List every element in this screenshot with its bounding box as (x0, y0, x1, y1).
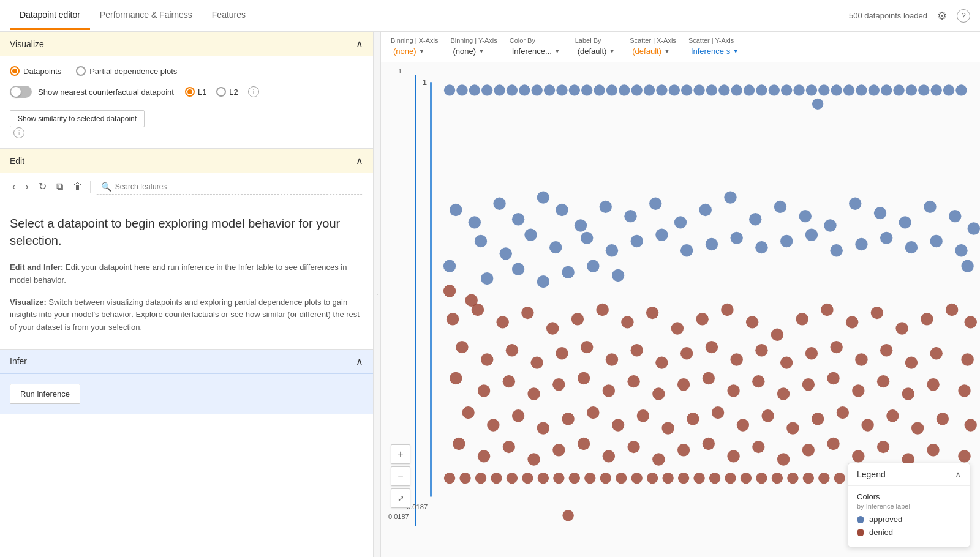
svg-point-225 (834, 473, 845, 484)
svg-point-122 (606, 353, 618, 365)
edit-title: Edit (10, 156, 24, 166)
svg-point-35 (881, 84, 892, 95)
svg-point-33 (856, 84, 867, 95)
svg-point-84 (930, 235, 943, 247)
svg-point-194 (827, 438, 839, 450)
scatter-y-value: Inference s (691, 47, 730, 56)
svg-point-108 (796, 313, 808, 325)
search-features-input[interactable] (115, 182, 358, 191)
scatter-x-group: Scatter | X-Axis (default) ▼ (630, 37, 676, 57)
tab-features[interactable]: Features (202, 1, 255, 30)
scatter-x-arrow: ▼ (664, 48, 670, 54)
history-button[interactable]: ↻ (36, 178, 49, 195)
legend-dot-approved (857, 516, 864, 523)
svg-point-218 (725, 473, 736, 484)
infer-collapse-icon[interactable]: ∧ (356, 356, 363, 367)
legend-collapse-icon[interactable]: ∧ (955, 469, 961, 479)
visualize-header: Visualize ∧ (0, 32, 373, 56)
svg-point-87 (481, 272, 493, 285)
svg-point-126 (706, 341, 718, 353)
delete-button[interactable]: 🗑 (70, 179, 85, 195)
svg-point-221 (772, 473, 783, 484)
svg-point-45 (493, 198, 505, 210)
svg-point-182 (527, 453, 540, 465)
chart-area: 1 0.0187 (381, 62, 980, 557)
map-controls: + − ⤢ (391, 444, 410, 508)
svg-point-174 (861, 419, 873, 431)
svg-point-101 (621, 316, 633, 328)
svg-point-60 (849, 198, 861, 210)
infer-section: Infer ∧ Run inference (0, 350, 373, 414)
color-by-label: Color By (510, 37, 563, 44)
svg-point-179 (453, 438, 465, 450)
binning-x-select[interactable]: (none) ▼ (391, 45, 438, 57)
color-by-select[interactable]: Inference... ▼ (510, 45, 563, 57)
svg-point-192 (777, 453, 790, 465)
svg-point-6 (519, 84, 530, 95)
radio-l2[interactable]: L2 (216, 87, 238, 97)
svg-point-77 (755, 241, 767, 253)
svg-point-88 (512, 263, 524, 275)
scatter-x-select[interactable]: (default) ▼ (630, 45, 676, 57)
svg-point-79 (805, 229, 818, 241)
zoom-out-button[interactable]: − (391, 466, 410, 486)
svg-point-91 (587, 260, 599, 272)
legend-label-approved: approved (869, 515, 902, 524)
drag-handle[interactable]: ⋮ (374, 32, 381, 557)
visualize-collapse-icon[interactable]: ∧ (356, 38, 363, 50)
svg-point-81 (855, 238, 867, 250)
binning-y-select[interactable]: (none) ▼ (450, 45, 497, 57)
svg-point-177 (937, 413, 949, 425)
binning-y-arrow: ▼ (478, 48, 484, 54)
svg-point-39 (931, 84, 942, 95)
counterfactual-toggle[interactable] (10, 86, 32, 98)
svg-point-236 (466, 294, 478, 307)
search-icon: 🔍 (101, 182, 111, 192)
zoom-in-button[interactable]: + (391, 444, 410, 464)
svg-point-78 (780, 235, 793, 247)
forward-button[interactable]: › (23, 179, 31, 195)
svg-point-188 (677, 444, 690, 456)
similarity-button[interactable]: Show similarity to selected datapoint (10, 110, 145, 127)
l1-label: L1 (198, 88, 206, 97)
svg-point-1 (456, 84, 467, 95)
duplicate-button[interactable]: ⧉ (54, 179, 66, 195)
fit-button[interactable]: ⤢ (391, 488, 410, 508)
scatter-y-select[interactable]: Inference s ▼ (688, 45, 741, 57)
svg-point-17 (656, 84, 667, 95)
radio-datapoints[interactable]: Datapoints (10, 66, 61, 76)
run-inference-button[interactable]: Run inference (10, 384, 80, 404)
svg-point-156 (927, 378, 939, 391)
radio-partial-dependence[interactable]: Partial dependence plots (76, 66, 177, 76)
tab-performance-fairness[interactable]: Performance & Fairness (90, 1, 202, 30)
infer-header: Infer ∧ (0, 350, 373, 374)
similarity-info-icon[interactable]: i (13, 127, 24, 138)
radio-partial-label: Partial dependence plots (89, 67, 177, 76)
svg-text:1: 1 (423, 78, 427, 87)
scatter-y-arrow: ▼ (733, 48, 739, 54)
svg-point-48 (556, 204, 568, 216)
tab-datapoint-editor[interactable]: Datapoint editor (10, 1, 90, 30)
svg-point-183 (552, 444, 565, 456)
label-by-select[interactable]: (default) ▼ (575, 45, 618, 57)
settings-icon[interactable]: ⚙ (937, 9, 947, 23)
edit-collapse-icon[interactable]: ∧ (356, 155, 363, 166)
svg-point-209 (584, 473, 595, 484)
svg-point-202 (475, 473, 486, 484)
svg-point-93 (961, 260, 973, 272)
svg-point-167 (687, 413, 699, 425)
svg-point-234 (562, 510, 573, 521)
l1-l2-info-icon[interactable]: i (248, 86, 259, 97)
similarity-row: Show similarity to selected datapoint i (10, 105, 363, 138)
svg-point-147 (703, 372, 715, 384)
radio-l1[interactable]: L1 (185, 87, 206, 97)
svg-point-15 (631, 84, 643, 95)
svg-point-59 (824, 219, 836, 231)
svg-point-38 (918, 84, 929, 95)
svg-point-16 (644, 84, 655, 95)
legend-item-denied: denied (857, 528, 961, 537)
help-icon[interactable]: ? (957, 9, 970, 23)
edit-section: Edit ∧ ‹ › ↻ ⧉ 🗑 🔍 Select a datapoint to… (0, 149, 373, 350)
svg-point-196 (877, 441, 889, 453)
back-button[interactable]: ‹ (10, 179, 18, 195)
